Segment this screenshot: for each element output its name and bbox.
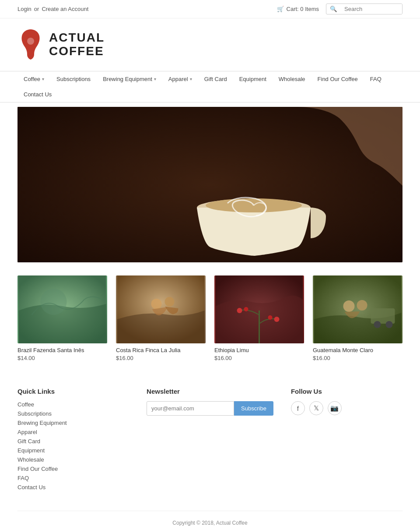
nav-item-subscriptions[interactable]: Subscriptions xyxy=(50,71,97,87)
top-bar-left: Login or Create an Account xyxy=(18,6,88,12)
svg-point-11 xyxy=(268,315,273,320)
chevron-down-icon-3: ▾ xyxy=(190,77,192,81)
product-card-1[interactable]: Costa Rica Finca La Julia $16.00 xyxy=(116,275,206,361)
newsletter-form[interactable]: Subscribe xyxy=(147,401,273,416)
product-name-2: Ethiopia Limu xyxy=(214,347,304,353)
copyright-text: Copyright © 2018, Actual Coffee xyxy=(18,520,402,526)
nav-equipment-label: Equipment xyxy=(239,76,266,82)
instagram-icon[interactable]: 📷 xyxy=(328,401,342,415)
nav-coffee-label: Coffee xyxy=(24,76,40,82)
svg-point-10 xyxy=(274,317,280,322)
svg-point-5 xyxy=(41,289,67,315)
product-grid: Brazil Fazenda Santa Inês $14.00 Costa R… xyxy=(0,267,420,370)
product-thumbnail-0 xyxy=(18,275,107,343)
product-card-2[interactable]: Ethiopia Limu $16.00 xyxy=(214,275,304,361)
top-bar-right: 🛒 Cart: 0 Items 🔍 xyxy=(277,4,402,14)
create-account-link[interactable]: Create an Account xyxy=(42,6,88,12)
nav-inner: Coffee ▾ Subscriptions Brewing Equipment… xyxy=(0,71,420,102)
search-button[interactable]: 🔍 xyxy=(326,4,341,14)
footer-bottom: Copyright © 2018, Actual Coffee AMEX App… xyxy=(18,511,402,526)
nav-item-coffee[interactable]: Coffee ▾ xyxy=(18,71,50,87)
follow-title: Follow Us xyxy=(291,388,402,395)
product-thumbnail-2 xyxy=(214,275,304,343)
svg-rect-15 xyxy=(371,308,395,324)
newsletter-title: Newsletter xyxy=(147,388,273,395)
svg-point-7 xyxy=(151,299,162,309)
footer-link-contact[interactable]: Contact Us xyxy=(18,484,129,491)
subscribe-button[interactable]: Subscribe xyxy=(234,401,273,416)
product-name-0: Brazil Fazenda Santa Inês xyxy=(18,347,107,353)
footer: Quick Links Coffee Subscriptions Brewing… xyxy=(0,370,420,526)
svg-point-18 xyxy=(343,300,355,312)
top-bar: Login or Create an Account 🛒 Cart: 0 Ite… xyxy=(0,0,420,18)
hero-banner xyxy=(18,107,402,262)
footer-follow: Follow Us f 𝕏 📷 xyxy=(291,388,402,493)
search-input[interactable] xyxy=(341,4,402,14)
product-image-0 xyxy=(18,275,107,343)
product-price-1: $16.00 xyxy=(116,355,206,361)
product-image-2 xyxy=(214,275,304,343)
svg-point-8 xyxy=(165,297,175,307)
footer-link-coffee[interactable]: Coffee xyxy=(18,401,129,408)
nav-item-wholesale[interactable]: Wholesale xyxy=(273,71,312,87)
cart-icon: 🛒 xyxy=(277,6,284,12)
footer-link-giftcard[interactable]: Gift Card xyxy=(18,438,129,445)
footer-newsletter: Newsletter Subscribe xyxy=(147,388,273,493)
logo-text: ACTUAL COFFEE xyxy=(49,31,105,58)
nav-giftcard-label: Gift Card xyxy=(204,76,227,82)
quick-links-title: Quick Links xyxy=(18,388,129,395)
nav-item-apparel[interactable]: Apparel ▾ xyxy=(162,71,198,87)
svg-point-0 xyxy=(27,38,34,45)
search-icon: 🔍 xyxy=(330,6,337,12)
or-separator: or xyxy=(34,6,39,12)
product-thumbnail-1 xyxy=(116,275,206,343)
newsletter-input[interactable] xyxy=(147,401,234,416)
main-nav: Coffee ▾ Subscriptions Brewing Equipment… xyxy=(0,71,420,102)
logo-icon xyxy=(18,27,44,62)
cart-label: Cart: 0 Items xyxy=(287,6,319,12)
svg-point-16 xyxy=(374,321,381,328)
nav-contact-label: Contact Us xyxy=(24,91,52,98)
footer-link-faq[interactable]: FAQ xyxy=(18,475,129,481)
svg-point-13 xyxy=(244,307,248,311)
product-price-3: $16.00 xyxy=(313,355,402,361)
product-price-2: $16.00 xyxy=(214,355,304,361)
hero-svg xyxy=(18,107,402,262)
nav-item-giftcard[interactable]: Gift Card xyxy=(198,71,233,87)
product-card-0[interactable]: Brazil Fazenda Santa Inês $14.00 xyxy=(18,275,107,361)
nav-subscriptions-label: Subscriptions xyxy=(56,76,91,82)
facebook-icon[interactable]: f xyxy=(291,401,305,415)
nav-item-equipment[interactable]: Equipment xyxy=(233,71,273,87)
search-form[interactable]: 🔍 xyxy=(326,4,402,14)
chevron-down-icon: ▾ xyxy=(42,77,44,81)
footer-link-apparel[interactable]: Apparel xyxy=(18,429,129,435)
product-image-1 xyxy=(116,275,206,343)
product-card-3[interactable]: Guatemala Monte Claro $16.00 xyxy=(313,275,402,361)
svg-point-12 xyxy=(237,308,242,313)
nav-item-findcoffee[interactable]: Find Our Coffee xyxy=(312,71,364,87)
cart-link[interactable]: 🛒 Cart: 0 Items xyxy=(277,6,319,12)
logo-container[interactable]: ACTUAL COFFEE xyxy=(18,27,105,62)
hero-image xyxy=(18,107,402,262)
footer-link-subscriptions[interactable]: Subscriptions xyxy=(18,410,129,417)
footer-link-findcoffee[interactable]: Find Our Coffee xyxy=(18,466,129,472)
social-icons: f 𝕏 📷 xyxy=(291,401,402,415)
nav-brewing-label: Brewing Equipment xyxy=(103,76,152,82)
nav-item-contact[interactable]: Contact Us xyxy=(18,87,58,102)
footer-link-equipment[interactable]: Equipment xyxy=(18,447,129,454)
nav-findcoffee-label: Find Our Coffee xyxy=(318,76,358,82)
logo-area: ACTUAL COFFEE xyxy=(0,18,420,71)
product-name-3: Guatemala Monte Claro xyxy=(313,347,402,353)
footer-link-brewing[interactable]: Brewing Equipment xyxy=(18,420,129,426)
product-thumbnail-3 xyxy=(313,275,402,343)
svg-point-19 xyxy=(357,300,368,311)
svg-point-17 xyxy=(386,321,393,328)
product-name-1: Costa Rica Finca La Julia xyxy=(116,347,206,353)
nav-apparel-label: Apparel xyxy=(168,76,188,82)
twitter-icon[interactable]: 𝕏 xyxy=(309,401,323,415)
nav-item-faq[interactable]: FAQ xyxy=(364,71,388,87)
nav-item-brewing[interactable]: Brewing Equipment ▾ xyxy=(97,71,162,87)
footer-top: Quick Links Coffee Subscriptions Brewing… xyxy=(18,388,402,493)
footer-link-wholesale[interactable]: Wholesale xyxy=(18,456,129,463)
login-link[interactable]: Login xyxy=(18,6,32,12)
